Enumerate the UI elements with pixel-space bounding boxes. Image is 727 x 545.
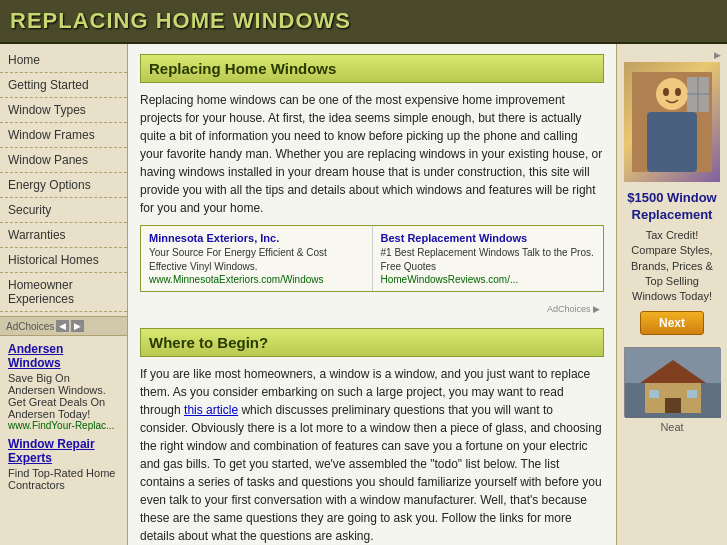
right-ad-badge: ▶ bbox=[623, 50, 721, 60]
ad-next-button[interactable]: ▶ bbox=[71, 320, 84, 332]
ad-title2-line1: Window Repair bbox=[8, 437, 95, 451]
section1-text: Replacing home windows can be one of the… bbox=[140, 91, 604, 217]
section2-title: Where to Begin? bbox=[140, 328, 604, 357]
ad-url: www.FindYour-Replac... bbox=[8, 420, 119, 431]
svg-rect-2 bbox=[647, 112, 697, 172]
ad-brand-line1: Andersen bbox=[8, 342, 63, 356]
right-ad-body: Tax Credit! Compare Styles, Brands, Pric… bbox=[623, 228, 721, 305]
sidebar-item-getting-started[interactable]: Getting Started bbox=[0, 73, 127, 98]
main-content: Replacing Home Windows Replacing home wi… bbox=[128, 44, 617, 545]
ad-box-footer: AdChoices ▶ bbox=[140, 302, 604, 316]
right-ad-title[interactable]: $1500 Window Replacement bbox=[623, 190, 721, 224]
section2-para-after-link: which discusses preliminary questions th… bbox=[140, 403, 602, 543]
section-replacing: Replacing Home Windows Replacing home wi… bbox=[140, 54, 604, 316]
ad-arrow-icon: ▶ bbox=[714, 50, 721, 60]
section1-paragraph: Replacing home windows can be one of the… bbox=[140, 93, 602, 215]
ad-brand-line2: Windows bbox=[8, 356, 61, 370]
ad-box-right: Best Replacement Windows #1 Best Replace… bbox=[373, 226, 604, 291]
svg-point-3 bbox=[663, 88, 669, 96]
ad-brand-link[interactable]: Andersen Windows bbox=[8, 342, 119, 370]
sidebar-item-historical-homes[interactable]: Historical Homes bbox=[0, 248, 127, 273]
ad-box-left: Minnesota Exteriors, Inc. Your Source Fo… bbox=[141, 226, 373, 291]
adchoices-label: AdChoices bbox=[6, 321, 54, 332]
section1-ad-box: Minnesota Exteriors, Inc. Your Source Fo… bbox=[140, 225, 604, 292]
sidebar: HomeGetting StartedWindow TypesWindow Fr… bbox=[0, 44, 128, 545]
svg-point-1 bbox=[656, 78, 688, 110]
neat-label: Neat bbox=[660, 421, 683, 433]
page-title: Replacing Home Windows bbox=[10, 8, 717, 34]
sidebar-item-home[interactable]: Home bbox=[0, 48, 127, 73]
svg-rect-13 bbox=[649, 390, 659, 398]
ad-title2-line2: Experts bbox=[8, 451, 52, 465]
right-ad-person-image bbox=[632, 72, 712, 172]
sidebar-item-security[interactable]: Security bbox=[0, 198, 127, 223]
ad-right-title[interactable]: Best Replacement Windows bbox=[381, 232, 596, 244]
section1-title: Replacing Home Windows bbox=[140, 54, 604, 83]
right-ad-house-image bbox=[624, 347, 720, 417]
sidebar-item-window-frames[interactable]: Window Frames bbox=[0, 123, 127, 148]
section2-text: If you are like most homeowners, a windo… bbox=[140, 365, 604, 545]
sidebar-item-energy-options[interactable]: Energy Options bbox=[0, 173, 127, 198]
sidebar-item-homeowner-experiences[interactable]: Homeowner Experiences bbox=[0, 273, 127, 312]
sidebar-item-warranties[interactable]: Warranties bbox=[0, 223, 127, 248]
sidebar-nav: HomeGetting StartedWindow TypesWindow Fr… bbox=[0, 48, 127, 312]
svg-point-4 bbox=[675, 88, 681, 96]
right-ad-next-button[interactable]: Next bbox=[640, 311, 704, 335]
section-where-to-begin: Where to Begin? If you are like most hom… bbox=[140, 328, 604, 545]
header: Replacing Home Windows bbox=[0, 0, 727, 44]
ad-left-title[interactable]: Minnesota Exteriors, Inc. bbox=[149, 232, 364, 244]
svg-rect-12 bbox=[665, 398, 681, 413]
ad-desc: Save Big On Andersen Windows. Get Great … bbox=[8, 372, 119, 420]
ad-right-url: HomeWindowsReviews.com/... bbox=[381, 274, 596, 285]
right-panel: ▶ bbox=[617, 44, 727, 545]
ad-desc2: Find Top-Rated Home Contractors bbox=[8, 467, 119, 491]
sidebar-item-window-types[interactable]: Window Types bbox=[0, 98, 127, 123]
ad-right-desc: #1 Best Replacement Windows Talk to the … bbox=[381, 246, 596, 274]
svg-rect-14 bbox=[687, 390, 697, 398]
right-ad-image bbox=[624, 62, 720, 182]
sidebar-ad: Andersen Windows Save Big On Andersen Wi… bbox=[0, 336, 127, 497]
adchoices-bar: AdChoices ◀ ▶ bbox=[0, 316, 127, 336]
ad-left-url: www.MinnesotaExteriors.com/Windows bbox=[149, 274, 364, 285]
ad-title2-link[interactable]: Window Repair Experts bbox=[8, 437, 119, 465]
ad-prev-button[interactable]: ◀ bbox=[56, 320, 69, 332]
sidebar-item-window-panes[interactable]: Window Panes bbox=[0, 148, 127, 173]
ad-choices-label: AdChoices ▶ bbox=[547, 304, 600, 314]
this-article-link[interactable]: this article bbox=[184, 403, 238, 417]
ad-left-desc: Your Source For Energy Efficient & Cost … bbox=[149, 246, 364, 274]
